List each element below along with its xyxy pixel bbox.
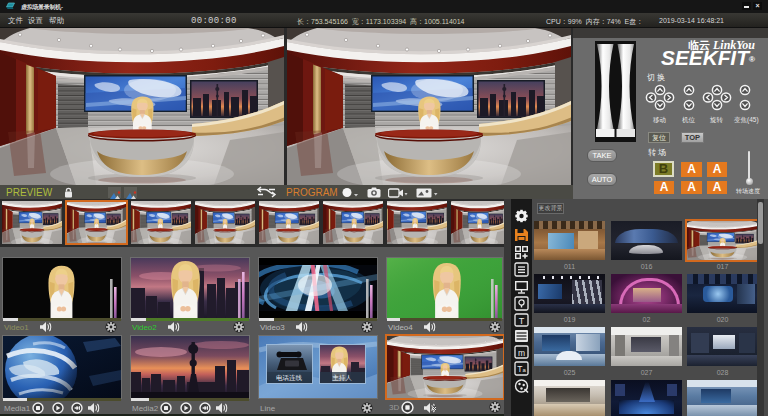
svg-text:T: T — [519, 316, 525, 326]
svg-text:m: m — [518, 348, 525, 358]
svg-text:Ta: Ta — [517, 364, 526, 374]
svg-text:主持人: 主持人 — [332, 374, 352, 382]
svg-text:电话连线: 电话连线 — [276, 374, 303, 382]
